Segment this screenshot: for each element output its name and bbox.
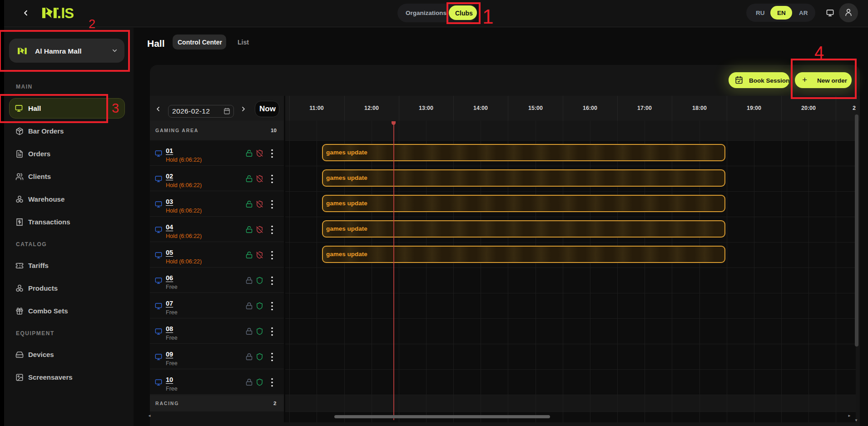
svg-text:S: S	[64, 7, 74, 19]
